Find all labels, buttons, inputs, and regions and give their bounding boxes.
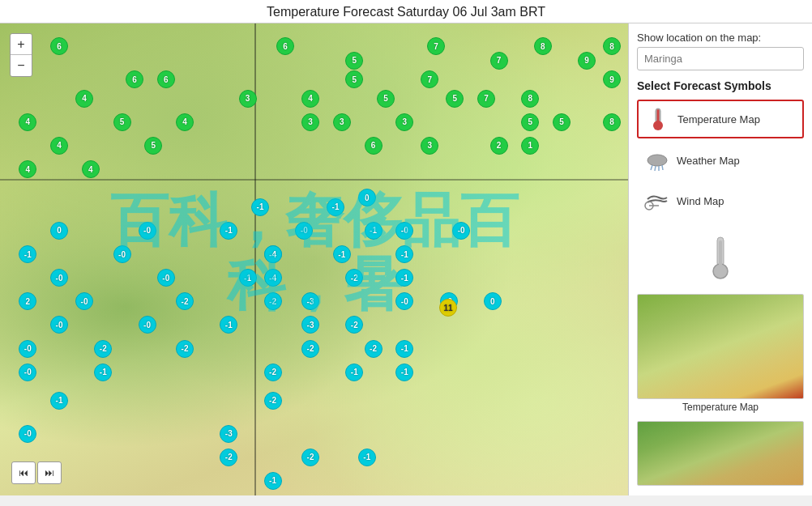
temp-marker-cyan: -2 <box>94 340 112 358</box>
temp-marker-green: 7 <box>477 90 495 108</box>
temp-marker-green: 1 <box>521 137 539 155</box>
mini-map-bg <box>638 295 803 398</box>
temp-marker-cyan: 0 <box>358 189 376 206</box>
thermometer-icon <box>645 106 671 132</box>
temp-marker-cyan: -1 <box>239 269 257 287</box>
forecast-section-title: Select Forecast Symbols <box>637 79 804 93</box>
temp-marker-green: 2 <box>490 137 508 155</box>
temperature-map-label: Temperature Map <box>677 113 760 125</box>
location-label: Show location on the map: <box>637 32 804 44</box>
temp-marker-green: 5 <box>144 137 162 155</box>
nav-prev-button[interactable]: ⏮ <box>11 461 36 484</box>
temp-marker-cyan: -0 <box>139 222 156 240</box>
temp-marker-cyan: -2 <box>176 340 194 358</box>
mini-map2[interactable] <box>637 421 804 486</box>
svg-line-7 <box>655 166 656 171</box>
temp-marker-cyan: -1 <box>358 449 376 466</box>
temp-marker-green: 4 <box>50 137 68 155</box>
temp-marker-green: 5 <box>377 90 395 108</box>
weather-map-label: Weather Map <box>677 155 740 167</box>
temp-marker-green: 5 <box>446 90 464 108</box>
temp-marker-green: 5 <box>113 113 131 131</box>
mini-map-thermometer <box>637 231 804 286</box>
location-section: Show location on the map: <box>637 32 804 70</box>
temp-marker-cyan: -2 <box>301 449 319 466</box>
temp-marker-green: 4 <box>75 90 93 108</box>
svg-line-9 <box>662 165 663 170</box>
mini-map[interactable] <box>637 294 804 399</box>
temp-marker-green: 7 <box>490 52 508 70</box>
svg-rect-4 <box>657 109 660 122</box>
zoom-in-button[interactable]: + <box>11 34 32 55</box>
temp-marker-cyan: -2 <box>365 340 382 358</box>
temp-marker-green: 8 <box>521 90 539 108</box>
temp-marker-cyan: -1 <box>264 472 282 490</box>
sidebar: Show location on the map: Select Forecas… <box>628 23 812 495</box>
temp-marker-green: 6 <box>365 137 382 155</box>
temp-marker-green: 4 <box>301 90 319 108</box>
forecast-option-temperature[interactable]: Temperature Map <box>637 100 804 138</box>
svg-point-5 <box>647 155 667 166</box>
temp-marker-cyan: -3 <box>220 425 237 443</box>
temp-marker-cyan: -0 <box>395 222 413 240</box>
nav-controls: ⏮ ⏭ <box>11 461 62 484</box>
temp-marker-green: 3 <box>421 137 438 155</box>
temp-marker-cyan: 0 <box>50 222 68 240</box>
svg-rect-14 <box>719 240 722 266</box>
map-container[interactable]: + − 百科，奢侈品百 科，暑 667885796657943455784543… <box>0 23 628 495</box>
nav-next-button[interactable]: ⏭ <box>37 461 62 484</box>
zoom-out-button[interactable]: − <box>11 55 32 76</box>
temp-marker-cyan: -0 <box>19 364 36 381</box>
temp-marker-green: 4 <box>176 113 194 131</box>
temp-marker-cyan: -1 <box>365 222 382 240</box>
temp-marker-green: 4 <box>82 160 100 178</box>
temp-marker-cyan: -0 <box>157 269 175 287</box>
temp-marker-green: 3 <box>395 113 413 131</box>
weather-icon <box>644 147 670 173</box>
temp-marker-cyan: -0 <box>295 222 313 240</box>
temp-marker-green: 5 <box>521 113 539 131</box>
temp-marker-cyan: -1 <box>50 392 68 410</box>
forecast-option-wind[interactable]: Wind Map <box>637 182 804 219</box>
temp-marker-cyan: -1 <box>220 222 237 240</box>
temp-marker-cyan: -0 <box>50 269 68 287</box>
forecast-option-weather[interactable]: Weather Map <box>637 142 804 179</box>
temp-marker-cyan: -2 <box>301 340 319 358</box>
temp-marker-green: 8 <box>603 113 621 131</box>
mini-map-section: Temperature Map <box>637 294 804 413</box>
page-title: Temperature Forecast Saturday 06 Jul 3am… <box>0 0 812 23</box>
temp-marker-cyan: -4 <box>264 245 282 263</box>
temp-marker-cyan: -1 <box>327 198 344 216</box>
temp-marker-cyan: -1 <box>395 340 413 358</box>
temp-marker-cyan: -1 <box>94 364 112 381</box>
svg-line-6 <box>651 165 652 170</box>
location-input[interactable] <box>637 47 804 70</box>
temp-marker-cyan: -0 <box>452 222 470 240</box>
temp-marker-cyan: 0 <box>484 292 502 310</box>
temp-marker-green: 5 <box>553 113 571 131</box>
temp-marker-green: 3 <box>333 113 351 131</box>
temp-marker-cyan: -0 <box>19 425 36 443</box>
temp-marker-cyan: -4 <box>264 269 282 287</box>
temp-marker-cyan: -0 <box>113 245 131 263</box>
temp-marker-cyan: -2 <box>264 392 282 410</box>
temp-marker-green: 9 <box>578 52 596 70</box>
temp-marker-cyan: -1 <box>345 364 363 381</box>
temp-marker-green: 3 <box>239 90 257 108</box>
wind-map-label: Wind Map <box>677 195 724 207</box>
temp-marker-cyan: -2 <box>220 449 237 466</box>
forecast-section: Select Forecast Symbols Temperature Map <box>637 79 804 223</box>
temp-marker-cyan: -1 <box>395 364 413 381</box>
temp-marker-cyan: -0 <box>139 316 156 334</box>
temp-marker-yellow: 11 <box>439 299 457 317</box>
temp-marker-green: 4 <box>19 113 36 131</box>
temp-marker-cyan: -1 <box>333 245 351 263</box>
temp-marker-cyan: -2 <box>264 364 282 381</box>
temp-marker-cyan: -2 <box>264 292 282 310</box>
temp-marker-cyan: -0 <box>19 340 36 358</box>
mini-map-label: Temperature Map <box>637 402 804 413</box>
wind-icon <box>644 188 670 214</box>
temp-marker-green: 6 <box>157 70 175 88</box>
zoom-controls: + − <box>10 33 32 77</box>
temp-marker-cyan: -1 <box>251 198 269 216</box>
